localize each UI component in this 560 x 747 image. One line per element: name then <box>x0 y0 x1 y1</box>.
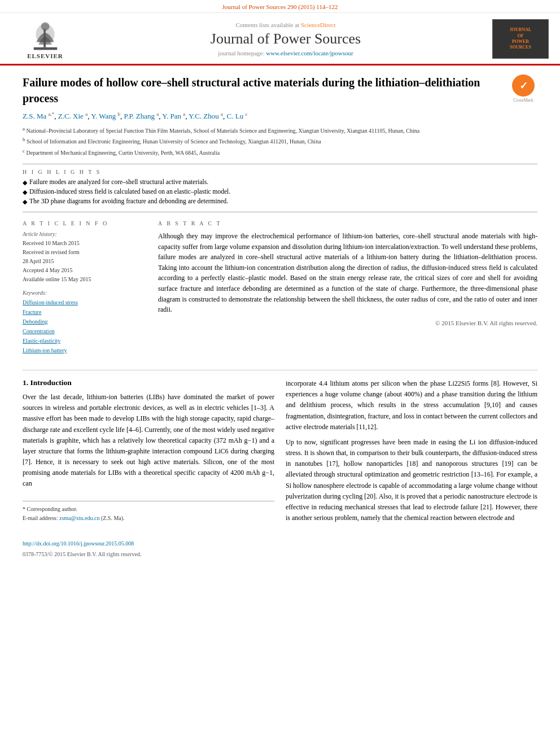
author-wang[interactable]: Y. Wang <box>91 112 116 120</box>
journal-reference-bar: Journal of Power Sources 290 (2015) 114–… <box>0 0 560 13</box>
crossmark-label: CrossMark <box>513 98 533 103</box>
article-title-section: Failure modes of hollow core–shell struc… <box>23 75 537 106</box>
bottom-copyright: 0378-7753/© 2015 Elsevier B.V. All right… <box>0 550 560 563</box>
publisher-logo: ELSEVIER <box>11 19 79 59</box>
article-history-group: Article history: Received 10 March 2015 … <box>23 231 147 284</box>
article-info-abstract-section: A R T I C L E I N F O Article history: R… <box>23 220 537 361</box>
doi-link[interactable]: http://dx.doi.org/10.1016/j.jpowsour.201… <box>23 540 134 547</box>
intro-left-text: Over the last decade, lithium-ion batter… <box>23 392 274 490</box>
abstract-text: Although they may improve the electroche… <box>158 231 537 315</box>
article-info-column: A R T I C L E I N F O Article history: R… <box>23 220 147 361</box>
footnote-text: * Corresponding author. E-mail address: … <box>23 505 274 523</box>
keyword-4[interactable]: Concentration <box>23 326 147 336</box>
science-direct-link[interactable]: ScienceDirect <box>301 21 336 28</box>
authors-line: Z.S. Ma a,*, Z.C. Xie a, Y. Wang b, P.P.… <box>23 112 537 121</box>
introduction-section: 1. Introduction Over the last decade, li… <box>23 378 537 528</box>
author-ma[interactable]: Z.S. Ma <box>23 112 46 120</box>
article-history-label: Article history: <box>23 231 147 237</box>
journal-reference-text: Journal of Power Sources 290 (2015) 114–… <box>222 3 338 10</box>
highlights-section: H I G H L I G H T S ◆ Failure modes are … <box>23 164 537 212</box>
journal-homepage: journal homepage: www.elsevier.com/locat… <box>90 50 481 56</box>
article-dates: Received 10 March 2015 Received in revis… <box>23 239 147 284</box>
keyword-2[interactable]: Fracture <box>23 307 147 317</box>
keyword-6[interactable]: Lithium-ion battery <box>23 346 147 355</box>
author-zhang[interactable]: P.P. Zhang <box>124 112 155 120</box>
journal-header: ELSEVIER Contents lists available at Sci… <box>0 13 560 65</box>
science-direct-notice: Contents lists available at ScienceDirec… <box>90 21 481 28</box>
intro-right-text-1: incorporate 4.4 lithium atoms per silico… <box>286 378 537 433</box>
svg-point-3 <box>41 22 49 30</box>
article-info-heading: A R T I C L E I N F O <box>23 220 147 226</box>
crossmark-icon: ✓ <box>512 75 535 97</box>
article-title: Failure modes of hollow core–shell struc… <box>23 75 509 106</box>
main-content: Failure modes of hollow core–shell struc… <box>0 65 560 537</box>
elsevier-tree-icon <box>30 19 61 53</box>
bullet-icon: ◆ <box>23 189 27 196</box>
email-link[interactable]: zsma@xtu.edu.cn <box>59 515 99 521</box>
abstract-column: A B S T R A C T Although they may improv… <box>158 220 537 361</box>
crossmark-badge[interactable]: ✓ CrossMark <box>509 75 537 103</box>
svg-rect-0 <box>33 47 57 50</box>
journal-homepage-link[interactable]: www.elsevier.com/locate/jpowsour <box>266 50 353 56</box>
affiliation-c: c Department of Mechanical Engineering, … <box>23 147 537 157</box>
keywords-label: Keywords: <box>23 290 147 296</box>
footnote-section: * Corresponding author. E-mail address: … <box>23 501 274 523</box>
highlights-title: H I G H L I G H T S <box>23 169 537 175</box>
journal-header-center: Contents lists available at ScienceDirec… <box>79 21 492 56</box>
affiliation-b: b School of Information and Electronic E… <box>23 136 537 146</box>
author-lu[interactable]: C. Lu <box>227 112 244 120</box>
affiliations: a National–Provincial Laboratory of Spec… <box>23 125 537 157</box>
affiliation-a: a National–Provincial Laboratory of Spec… <box>23 125 537 135</box>
bottom-links: http://dx.doi.org/10.1016/j.jpowsour.201… <box>0 537 560 550</box>
intro-section-title: 1. Introduction <box>23 378 274 387</box>
bullet-icon: ◆ <box>23 198 27 206</box>
author-pan[interactable]: Y. Pan <box>162 112 181 120</box>
abstract-heading: A B S T R A C T <box>158 220 537 226</box>
author-zhou[interactable]: Y.C. Zhou <box>189 112 219 120</box>
journal-title: Journal of Power Sources <box>90 30 481 47</box>
keywords-group: Keywords: Diffusion-induced stress Fract… <box>23 290 147 355</box>
highlight-item-1: ◆ Failure modes are analyzed for core–sh… <box>23 178 537 186</box>
abstract-copyright: © 2015 Elsevier B.V. All rights reserved… <box>158 320 537 326</box>
highlight-item-2: ◆ Diffusion-induced stress field is calc… <box>23 188 537 196</box>
elsevier-wordmark: ELSEVIER <box>27 53 63 59</box>
keyword-5[interactable]: Elastic-plasticity <box>23 336 147 346</box>
intro-right-text-2: Up to now, significant progresses have b… <box>286 437 537 524</box>
elsevier-logo-group <box>30 19 61 53</box>
author-xie[interactable]: Z.C. Xie <box>58 112 84 120</box>
section-divider <box>23 370 537 370</box>
keyword-1[interactable]: Diffusion-induced stress <box>23 298 147 307</box>
intro-right-column: incorporate 4.4 lithium atoms per silico… <box>286 378 537 528</box>
journal-logo-image: JOURNALOFPOWERSOURCES <box>492 19 549 59</box>
bullet-icon: ◆ <box>23 179 27 186</box>
highlight-item-3: ◆ The 3D phase diagrams for avoiding fra… <box>23 198 537 206</box>
intro-left-column: 1. Introduction Over the last decade, li… <box>23 378 274 528</box>
keyword-3[interactable]: Debonding <box>23 317 147 326</box>
